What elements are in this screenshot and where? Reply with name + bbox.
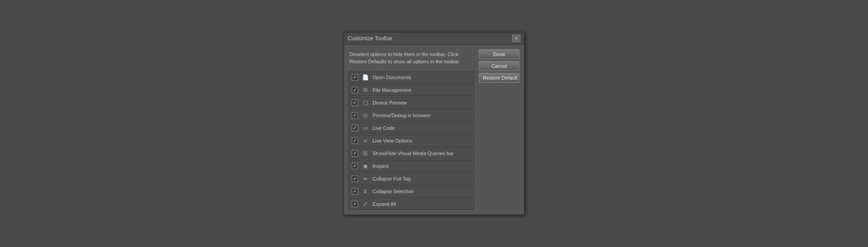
item-label-show-hide-media: Show/Hide Visual Media Queries bar: [373, 151, 471, 156]
checkbox-inspect[interactable]: [352, 163, 358, 169]
item-label-file-mgmt: File Management: [373, 87, 471, 93]
customize-toolbar-dialog: Customize Toolbar ✕ Deselect options to …: [344, 32, 524, 215]
item-label-preview-debug: Preview/Debug in browser: [373, 113, 471, 118]
collapse-sel-icon: ⇕: [362, 188, 369, 195]
list-item[interactable]: ▭Live Code: [349, 122, 474, 134]
description-text: Deselect options to hide them in the too…: [349, 49, 474, 67]
lines-icon: ≡: [362, 137, 369, 144]
checkbox-open-docs[interactable]: [352, 74, 358, 81]
list-item[interactable]: ◉Inspect: [349, 160, 474, 172]
device-icon: ▢: [362, 99, 369, 106]
item-label-device-preview: Device Preview: [373, 100, 471, 105]
checkbox-preview-debug[interactable]: [352, 112, 358, 119]
globe-icon: ◎: [362, 112, 369, 119]
checkbox-show-hide-media[interactable]: [352, 150, 358, 157]
list-item[interactable]: 📄Open Documents: [349, 71, 474, 83]
dialog-title: Customize Toolbar: [348, 35, 392, 42]
collapse-full-icon: ⇔: [362, 175, 369, 182]
right-panel: Done Cancel Restore Default: [479, 49, 519, 210]
left-panel: Deselect options to hide them in the too…: [349, 49, 474, 210]
dialog-titlebar: Customize Toolbar ✕: [344, 33, 524, 45]
restore-default-button[interactable]: Restore Default: [479, 73, 519, 83]
files-icon: ⚙: [362, 86, 369, 94]
checkbox-collapse-full[interactable]: [352, 176, 358, 182]
media-icon: ⊟: [362, 150, 369, 157]
checkbox-live-code[interactable]: [352, 125, 358, 131]
cancel-button[interactable]: Cancel: [479, 61, 519, 71]
dialog-body: Deselect options to hide them in the too…: [344, 45, 524, 214]
item-label-collapse-sel: Collapse Selection: [373, 189, 471, 194]
list-item[interactable]: ◎Preview/Debug in browser: [349, 109, 474, 121]
item-label-live-code: Live Code: [373, 125, 471, 131]
item-label-collapse-full: Collapse Full Tag: [373, 176, 471, 181]
list-item[interactable]: ⇔Collapse Full Tag: [349, 173, 474, 185]
list-item[interactable]: ⚙File Management: [349, 84, 474, 96]
list-item[interactable]: ⇕Collapse Selection: [349, 185, 474, 197]
list-item[interactable]: ⊟Show/Hide Visual Media Queries bar: [349, 147, 474, 159]
item-label-open-docs: Open Documents: [373, 75, 471, 80]
docs-icon: 📄: [362, 74, 369, 81]
checkbox-expand-all[interactable]: [352, 201, 358, 207]
list-item[interactable]: ⤢Expand All: [349, 198, 474, 210]
item-label-inspect: Inspect: [373, 163, 471, 169]
checkbox-live-view[interactable]: [352, 138, 358, 144]
list-item[interactable]: ≡Live View Options: [349, 135, 474, 147]
items-list: 📄Open Documents⚙File Management▢Device P…: [349, 71, 474, 210]
item-label-live-view: Live View Options: [373, 138, 471, 143]
close-button[interactable]: ✕: [512, 35, 520, 42]
checkbox-file-mgmt[interactable]: [352, 87, 358, 93]
inspect-icon: ◉: [362, 162, 369, 170]
item-label-expand-all: Expand All: [373, 201, 471, 207]
list-item[interactable]: ▢Device Preview: [349, 97, 474, 109]
expand-icon: ⤢: [362, 200, 369, 208]
checkbox-collapse-sel[interactable]: [352, 188, 358, 195]
code-icon: ▭: [362, 124, 369, 132]
checkbox-device-preview[interactable]: [352, 100, 358, 106]
done-button[interactable]: Done: [479, 49, 519, 59]
